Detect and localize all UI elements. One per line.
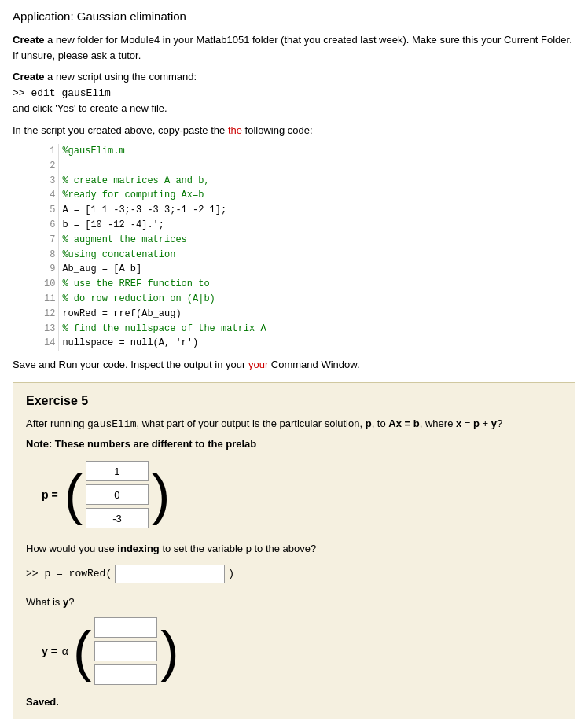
code-line: 5A = [1 1 -3;-3 -3 3;-1 -2 1]; xyxy=(13,203,575,218)
p-brace-right: ) xyxy=(152,467,170,522)
line-content: %ready for computing Ax=b xyxy=(59,188,575,203)
exercise-box: Exercise 5 After running gausElim, what … xyxy=(13,382,575,720)
line-number: 12 xyxy=(13,307,59,322)
y-matrix-cells xyxy=(94,617,157,685)
line-number: 5 xyxy=(13,203,59,218)
exercise-end: ? xyxy=(497,418,502,429)
code-line: 6b = [10 -12 -4].'; xyxy=(13,218,575,233)
intro-para3-cont: following code: xyxy=(242,124,313,136)
line-number: 10 xyxy=(13,277,59,292)
line-content: nullspace = null(A, 'r') xyxy=(59,336,575,351)
line-number: 9 xyxy=(13,262,59,277)
y-question: What is y? xyxy=(26,594,562,610)
y-matrix-container: y = α ( ) xyxy=(42,617,562,685)
p-input-2[interactable] xyxy=(86,484,149,505)
exercise-y-part: y xyxy=(491,418,497,429)
line-number: 8 xyxy=(13,248,59,263)
y-input-1[interactable] xyxy=(94,617,157,638)
line-number: 14 xyxy=(13,336,59,351)
alpha-label: α xyxy=(62,645,68,657)
line-content: A = [1 1 -3;-3 -3 3;-1 -2 1]; xyxy=(59,203,575,218)
indexing-bold-text: indexing xyxy=(117,543,159,554)
code-line: 12rowRed = rref(Ab_aug) xyxy=(13,307,575,322)
exercise-para1-text: After running xyxy=(26,418,87,429)
p-matrix-container: p = ( ) xyxy=(42,461,562,528)
exercise-title: Exercise 5 xyxy=(26,394,562,408)
code-line: 1%gausElim.m xyxy=(13,144,575,159)
line-number: 6 xyxy=(13,218,59,233)
line-number: 3 xyxy=(13,174,59,189)
exercise-note: Note: These numbers are different to the… xyxy=(26,438,562,450)
intro-para3: In the script you created above, copy-pa… xyxy=(13,123,575,138)
code-line: 3% create matrices A and b, xyxy=(13,174,575,189)
exercise-p-bold: p xyxy=(366,418,372,429)
code-table: 1%gausElim.m23% create matrices A and b,… xyxy=(13,144,575,351)
code-line: 11% do row reduction on (A|b) xyxy=(13,292,575,307)
line-content: % augment the matrices xyxy=(59,233,575,248)
exercise-where: , where xyxy=(420,418,456,429)
code-block: 1%gausElim.m23% create matrices A and b,… xyxy=(13,144,575,351)
code-line: 4%ready for computing Ax=b xyxy=(13,188,575,203)
y-input-2[interactable] xyxy=(94,641,157,661)
intro-the-red: the xyxy=(228,124,242,136)
exercise-ppy: p xyxy=(473,418,480,429)
code-line: 7% augment the matrices xyxy=(13,233,575,248)
saved-label: Saved. xyxy=(26,696,562,708)
indexing-q-text: How would you use xyxy=(26,543,117,554)
intro-para1-text: a new folder for Module4 in your Matlab1… xyxy=(13,34,572,61)
y-matrix-label: y = xyxy=(42,645,57,657)
code-line: 13% find the nullspace of the matrix A xyxy=(13,322,575,337)
intro-command2-text: and click 'Yes' to create a new file. xyxy=(13,102,167,114)
exercise-para1-cont: , what part of your output is the partic… xyxy=(136,418,365,429)
save-run-label: Save and Run your code. Inspect the outp… xyxy=(13,359,248,370)
line-number: 7 xyxy=(13,233,59,248)
exercise-eq: Ax = b xyxy=(388,418,419,429)
intro-para3-text: In the script you created above, copy-pa… xyxy=(13,124,228,136)
exercise-equals: = xyxy=(461,418,473,429)
line-content: % create matrices A and b, xyxy=(59,174,575,189)
intro-para2: Create a new script using the command: >… xyxy=(13,69,575,116)
exercise-para1-to: , to xyxy=(372,418,389,429)
exercise-code-ref: gausElim xyxy=(87,418,136,430)
intro-create1-bold: Create xyxy=(13,34,44,46)
line-content: % do row reduction on (A|b) xyxy=(59,292,575,307)
line-content: % find the nullspace of the matrix A xyxy=(59,322,575,337)
y-q2-text: ? xyxy=(68,596,74,608)
line-number: 11 xyxy=(13,292,59,307)
intro-command1: >> edit gausElim xyxy=(13,87,111,99)
y-brace-right: ) xyxy=(160,624,178,679)
line-number: 4 xyxy=(13,188,59,203)
indexing-suffix-text: ) xyxy=(228,568,234,580)
p-input-1[interactable] xyxy=(86,461,149,481)
p-matrix-cells xyxy=(86,461,149,528)
intro-para1: Create a new folder for Module4 in your … xyxy=(13,32,575,63)
intro-create2-bold: Create xyxy=(13,71,44,83)
save-run-text: Save and Run your code. Inspect the outp… xyxy=(13,357,575,373)
line-content: rowRed = rref(Ab_aug) xyxy=(59,307,575,322)
indexing-row: >> p = rowRed( ) xyxy=(26,565,562,583)
indexing-input[interactable] xyxy=(115,565,225,583)
line-content: Ab_aug = [A b] xyxy=(59,262,575,277)
code-line: 8%using concatenation xyxy=(13,248,575,263)
intro-para2-text: a new script using the command: xyxy=(47,71,197,83)
code-line: 14nullspace = null(A, 'r') xyxy=(13,336,575,351)
line-content: %using concatenation xyxy=(59,248,575,263)
code-line: 9Ab_aug = [A b] xyxy=(13,262,575,277)
line-number: 13 xyxy=(13,322,59,337)
p-brace-left: ( xyxy=(64,467,83,522)
indexing-question: How would you use indexing to set the va… xyxy=(26,541,562,557)
code-line: 10% use the RREF function to xyxy=(13,277,575,292)
line-content xyxy=(59,159,575,174)
page-title: Application: Gaussian elimination xyxy=(13,9,575,23)
y-brace-left: ( xyxy=(73,624,91,679)
y-input-3[interactable] xyxy=(94,664,157,685)
indexing-prefix-text: >> p = rowRed( xyxy=(26,568,112,580)
line-number: 1 xyxy=(13,144,59,159)
save-run-your: your xyxy=(248,359,268,370)
exercise-para1: After running gausElim, what part of you… xyxy=(26,416,562,432)
code-line: 2 xyxy=(13,159,575,174)
save-run-window: Command Window. xyxy=(268,359,359,370)
p-matrix-label: p = xyxy=(42,488,58,501)
p-input-3[interactable] xyxy=(86,508,149,528)
y-q-text: What is xyxy=(26,596,63,608)
